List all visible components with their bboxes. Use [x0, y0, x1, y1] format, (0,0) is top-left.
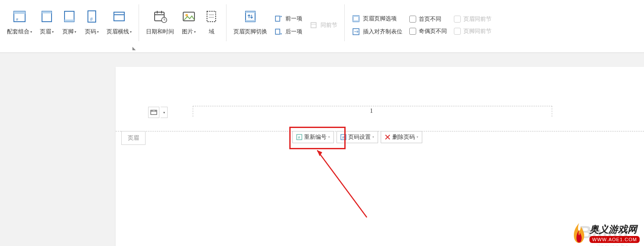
hf-options-button[interactable]: 页眉页脚选项	[351, 13, 403, 24]
chevron-down-icon: ▾	[194, 30, 196, 34]
prev-section-button[interactable]: 前一项	[273, 13, 303, 24]
diff-stack: 首页不同 奇偶页不同	[406, 4, 450, 46]
headerline-label: 页眉横线	[107, 28, 129, 36]
svg-rect-9	[114, 12, 124, 21]
diff-first-label: 首页不同	[419, 15, 441, 23]
svg-rect-25	[246, 20, 255, 22]
chevron-down-icon: ▾	[74, 30, 76, 34]
header-option-widget: ▾	[148, 107, 168, 118]
deletepage-button[interactable]: 删除页码 ▾	[381, 131, 422, 143]
headerline-button[interactable]: 页眉横线▾	[103, 4, 135, 37]
checkbox-icon	[409, 28, 416, 35]
svg-text:#: #	[342, 135, 344, 140]
insert-tab-button[interactable]: 插入对齐制表位	[351, 26, 403, 37]
page-number-toolbar: # 重新编号 ▾ # 页码设置 ▾ 删除页码 ▾	[292, 131, 422, 143]
ribbon-group-headerfooter: # 配套组合▾ 页眉▾ 页脚▾ # 页码▾ 页眉横线▾	[0, 0, 139, 52]
preset-combo-icon: #	[12, 9, 27, 24]
checkbox-icon	[454, 28, 461, 35]
datetime-button[interactable]: 日期和时间	[142, 4, 178, 37]
diff-oddeven-checkbox[interactable]: 奇偶页不同	[408, 26, 448, 36]
svg-rect-24	[246, 11, 255, 13]
switch-label: 页眉页脚切换	[233, 28, 267, 36]
headerline-icon	[111, 9, 127, 24]
svg-rect-37	[152, 111, 152, 111]
diff-oddeven-label: 奇偶页不同	[419, 27, 447, 35]
checkbox-icon	[409, 16, 416, 23]
svg-rect-4	[42, 11, 52, 13]
footer-icon	[61, 9, 77, 24]
svg-rect-1	[14, 11, 25, 14]
sameprev-button: 同前节	[308, 20, 338, 30]
svg-marker-46	[317, 150, 322, 156]
sameprev-label: 同前节	[320, 21, 337, 29]
next-section-button[interactable]: 后一项	[273, 26, 303, 37]
renumber-label: 重新编号	[304, 133, 327, 141]
svg-text:#: #	[298, 135, 300, 140]
svg-text:#: #	[16, 17, 18, 22]
svg-rect-26	[275, 16, 280, 21]
field-icon	[204, 9, 219, 24]
diff-first-checkbox[interactable]: 首页不同	[408, 14, 448, 24]
svg-rect-38	[155, 111, 156, 111]
page-number-value[interactable]: 1	[370, 108, 373, 115]
ribbon-group-insert: 日期和时间 图片▾ 域	[139, 0, 226, 52]
watermark: Baidu jingyan.ba	[579, 222, 629, 246]
chevron-down-icon: ▾	[328, 135, 330, 139]
document-page[interactable]: ▾ 1 页眉 # 重新编号 ▾ # 页码设置 ▾ 删除页码 ▾	[116, 67, 644, 246]
picture-label: 图片	[182, 28, 193, 36]
renumber-button[interactable]: # 重新编号 ▾	[292, 131, 334, 143]
options-stack: 页眉页脚选项 插入对齐制表位	[348, 4, 406, 46]
chevron-down-icon: ▾	[97, 30, 99, 34]
ribbon-group-navigate: 页眉页脚切换 前一项 后一项 同前节	[227, 0, 344, 52]
header-layout-button[interactable]	[148, 107, 159, 118]
sameprev-icon	[309, 21, 318, 30]
header-tag-label: 页眉	[121, 131, 146, 145]
picture-button[interactable]: 图片▾	[178, 4, 200, 37]
pagenum-label: 页码	[85, 28, 96, 36]
header-label: 页眉	[40, 28, 51, 36]
tab-icon	[352, 27, 360, 36]
watermark-url: jingyan.ba	[579, 243, 629, 246]
next-icon	[274, 27, 283, 36]
svg-rect-31	[353, 16, 359, 17]
svg-line-45	[317, 150, 367, 217]
chevron-down-icon: ▾	[52, 30, 54, 34]
pagesetup-icon: #	[340, 134, 346, 140]
footer-label: 页脚	[62, 28, 74, 36]
sameprev-stack: 同前节	[306, 4, 341, 46]
preset-combo-button[interactable]: # 配套组合▾	[3, 4, 36, 37]
checkbox-icon	[454, 16, 461, 23]
dialog-launcher-icon[interactable]: ◢	[132, 47, 137, 50]
picture-icon	[181, 9, 197, 24]
ribbon-toolbar: # 配套组合▾ 页眉▾ 页脚▾ # 页码▾ 页眉横线▾	[0, 0, 644, 53]
renumber-icon: #	[296, 134, 302, 140]
header-sameprev-checkbox: 页眉同前节	[453, 14, 492, 24]
options-icon	[352, 14, 360, 23]
svg-rect-27	[275, 29, 280, 34]
watermark-brand: Baidu	[579, 222, 629, 243]
chevron-down-icon: ▾	[30, 30, 32, 34]
field-button[interactable]: 域	[200, 4, 223, 37]
footer-button[interactable]: 页脚▾	[58, 4, 81, 37]
pagesetup-button[interactable]: # 页码设置 ▾	[337, 131, 378, 143]
chevron-down-icon: ▾	[130, 30, 132, 34]
sameprev-hf-stack: 页眉同前节 页脚同前节	[450, 4, 495, 46]
insert-tab-label: 插入对齐制表位	[363, 28, 402, 36]
delete-icon	[385, 134, 391, 140]
svg-rect-28	[311, 23, 316, 28]
chevron-down-icon: ▾	[372, 135, 374, 139]
pagenum-button[interactable]: # 页码▾	[81, 4, 103, 37]
pagenum-icon: #	[84, 9, 100, 24]
workspace: ▾ 1 页眉 # 重新编号 ▾ # 页码设置 ▾ 删除页码 ▾	[0, 53, 644, 246]
switch-button[interactable]: 页眉页脚切换	[230, 4, 271, 37]
header-sameprev-label: 页眉同前节	[463, 15, 492, 23]
prev-icon	[274, 14, 283, 23]
datetime-icon	[152, 9, 168, 24]
header-icon	[39, 9, 55, 24]
header-button[interactable]: 页眉▾	[36, 4, 58, 37]
nav-stack: 前一项 后一项	[271, 4, 306, 46]
ribbon-group-options: 页眉页脚选项 插入对齐制表位 首页不同 奇偶页不同 页眉同前节	[345, 0, 498, 52]
next-label: 后一项	[285, 28, 302, 36]
chevron-down-icon: ▾	[417, 135, 418, 139]
header-layout-dropdown[interactable]: ▾	[161, 107, 168, 118]
